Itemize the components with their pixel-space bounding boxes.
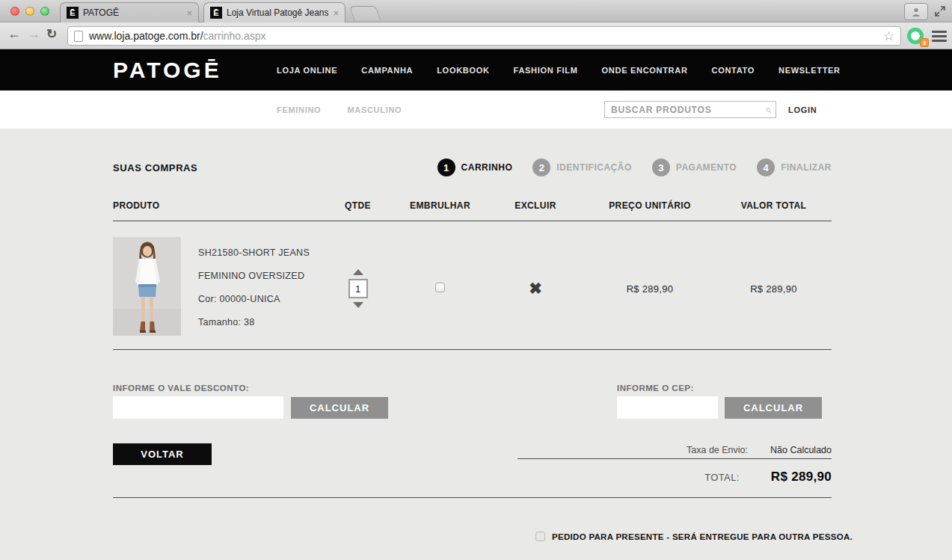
voucher-input[interactable] bbox=[113, 396, 283, 419]
patoge-logo[interactable]: PATOGĒ bbox=[113, 58, 222, 83]
cart-table-header: PRODUTO QTDE EMBRULHAR EXCLUIR PREÇO UNI… bbox=[113, 200, 832, 211]
quantity-increase-icon[interactable] bbox=[353, 269, 363, 275]
search-input[interactable] bbox=[605, 105, 765, 115]
gift-wrap-cell bbox=[393, 282, 487, 295]
search-icon[interactable]: ⌕ bbox=[765, 103, 771, 116]
quantity-stepper bbox=[322, 269, 393, 308]
step-label: IDENTIFICAÇÃO bbox=[556, 162, 632, 173]
step-identificacao: 2 IDENTIFICAÇÃO bbox=[532, 159, 632, 176]
delete-item-icon[interactable]: ✖ bbox=[529, 280, 542, 297]
reload-icon[interactable]: ↻ bbox=[46, 26, 57, 42]
nav-lookbook[interactable]: LOOKBOOK bbox=[437, 66, 489, 75]
nav-newsletter[interactable]: NEWSLETTER bbox=[779, 66, 841, 75]
col-preco-unitario: PREÇO UNITÁRIO bbox=[584, 200, 716, 211]
col-embrulhar: EMBRULHAR bbox=[393, 200, 487, 211]
login-link[interactable]: LOGIN bbox=[788, 90, 817, 129]
shipping-value: Não Calculado bbox=[770, 445, 832, 455]
product-info: SH21580-SHORT JEANS FEMININO OVERSIZED C… bbox=[198, 237, 310, 340]
subnav-links: FEMININO MASCULINO bbox=[277, 90, 402, 129]
browser-profile-button[interactable] bbox=[904, 3, 928, 20]
total-row: TOTAL: R$ 289,90 bbox=[518, 470, 832, 484]
product-size: Tamanho: 38 bbox=[198, 317, 310, 327]
step-finalizar: 4 FINALIZAR bbox=[757, 159, 832, 176]
step-label: FINALIZAR bbox=[781, 162, 832, 173]
product-color: Cor: 00000-UNICA bbox=[198, 294, 310, 304]
back-button[interactable]: VOLTAR bbox=[113, 443, 212, 465]
product-category: FEMININO OVERSIZED bbox=[198, 271, 310, 281]
subnav-feminino[interactable]: FEMININO bbox=[277, 105, 321, 114]
bookmark-star-icon[interactable]: ☆ bbox=[883, 28, 894, 44]
search-box: ⌕ bbox=[604, 101, 776, 118]
divider bbox=[518, 458, 832, 459]
step-label: PAGAMENTO bbox=[676, 162, 737, 173]
tab-close-icon[interactable]: × bbox=[186, 7, 192, 19]
divider bbox=[113, 349, 832, 350]
nav-contato[interactable]: CONTATO bbox=[712, 66, 755, 75]
page-icon bbox=[74, 31, 83, 42]
close-window-button[interactable] bbox=[10, 7, 19, 16]
browser-titlebar: Ē PATOGÊ × Ē Loja Virtual Patogê Jeans × bbox=[0, 0, 952, 22]
product-name: SH21580-SHORT JEANS bbox=[198, 247, 310, 258]
col-valor-total: VALOR TOTAL bbox=[716, 200, 832, 211]
user-icon bbox=[911, 7, 921, 17]
cep-label: INFORME O CEP: bbox=[617, 384, 694, 393]
cart-item-row: SH21580-SHORT JEANS FEMININO OVERSIZED C… bbox=[113, 237, 832, 336]
site-favicon: Ē bbox=[67, 7, 79, 19]
total-value: R$ 289,90 bbox=[771, 470, 832, 484]
extension-badge: 3 bbox=[920, 38, 929, 47]
voucher-label: INFORME O VALE DESCONTO: bbox=[113, 384, 249, 393]
step-carrinho: 1 CARRINHO bbox=[437, 159, 513, 176]
product-cell: SH21580-SHORT JEANS FEMININO OVERSIZED C… bbox=[113, 237, 322, 340]
col-produto: PRODUTO bbox=[113, 200, 322, 211]
main-nav: LOJA ONLINE CAMPANHA LOOKBOOK FASHION FI… bbox=[277, 49, 841, 90]
forward-icon[interactable]: → bbox=[27, 26, 40, 42]
tab-title: Loja Virtual Patogê Jeans bbox=[227, 7, 328, 18]
gift-wrap-checkbox[interactable] bbox=[435, 283, 445, 292]
minimize-window-button[interactable] bbox=[25, 7, 34, 16]
nav-loja-online[interactable]: LOJA ONLINE bbox=[277, 66, 337, 75]
nav-onde-encontrar[interactable]: ONDE ENCONTRAR bbox=[602, 66, 688, 75]
gift-order-row: PEDIDO PARA PRESENTE - SERÁ ENTREGUE PAR… bbox=[535, 532, 853, 541]
shipping-row: Taxa de Envio: Não Calculado bbox=[518, 445, 832, 455]
nav-fashion-film[interactable]: FASHION FILM bbox=[514, 66, 578, 75]
address-bar[interactable]: www.loja.patoge.com.br/carrinho.aspx ☆ bbox=[67, 26, 901, 46]
back-icon[interactable]: ← bbox=[7, 26, 21, 42]
checkout-steps: 1 CARRINHO 2 IDENTIFICAÇÃO 3 PAGAMENTO 4… bbox=[437, 159, 832, 176]
url-text: www.loja.patoge.com.br/carrinho.aspx bbox=[89, 30, 266, 42]
cep-input[interactable] bbox=[617, 396, 718, 419]
voucher-calculate-button[interactable]: CALCULAR bbox=[291, 397, 388, 419]
shipping-label: Taxa de Envio: bbox=[687, 445, 748, 455]
fullscreen-icon[interactable] bbox=[933, 4, 948, 18]
quantity-input[interactable] bbox=[348, 279, 368, 298]
site-header: PATOGĒ LOJA ONLINE CAMPANHA LOOKBOOK FAS… bbox=[0, 49, 952, 90]
total-label: TOTAL: bbox=[704, 472, 740, 483]
new-tab-button[interactable] bbox=[349, 6, 381, 20]
step-number: 2 bbox=[532, 159, 550, 176]
site-favicon: Ē bbox=[210, 7, 222, 19]
delete-cell: ✖ bbox=[487, 280, 584, 298]
browser-menu-icon[interactable] bbox=[932, 31, 947, 44]
cart-page: SUAS COMPRAS 1 CARRINHO 2 IDENTIFICAÇÃO … bbox=[0, 129, 952, 560]
tab-close-icon[interactable]: × bbox=[333, 7, 339, 19]
browser-tab-loja-virtual[interactable]: Ē Loja Virtual Patogê Jeans × bbox=[203, 2, 346, 22]
subnav-masculino[interactable]: MASCULINO bbox=[347, 105, 402, 114]
url-domain: www.loja.patoge.com.br/ bbox=[89, 30, 203, 42]
browser-tab-patoge[interactable]: Ē PATOGÊ × bbox=[60, 2, 199, 22]
item-total-price: R$ 289,90 bbox=[716, 283, 832, 295]
step-number: 3 bbox=[652, 159, 670, 176]
step-label: CARRINHO bbox=[461, 162, 513, 173]
page-title: SUAS COMPRAS bbox=[113, 162, 197, 173]
unit-price: R$ 289,90 bbox=[584, 283, 716, 295]
browser-toolbar: ← → ↻ www.loja.patoge.com.br/carrinho.as… bbox=[0, 22, 952, 49]
extension-icon[interactable]: 3 bbox=[907, 28, 924, 44]
col-qtde: QTDE bbox=[322, 200, 393, 211]
nav-campanha[interactable]: CAMPANHA bbox=[361, 66, 413, 75]
step-number: 4 bbox=[757, 159, 775, 176]
subnav: FEMININO MASCULINO ⌕ LOGIN bbox=[0, 90, 952, 129]
step-number: 1 bbox=[437, 159, 455, 176]
gift-order-checkbox[interactable] bbox=[535, 532, 545, 541]
product-image[interactable] bbox=[113, 237, 181, 336]
zoom-window-button[interactable] bbox=[40, 7, 49, 16]
quantity-decrease-icon[interactable] bbox=[353, 302, 363, 308]
cep-calculate-button[interactable]: CALCULAR bbox=[725, 397, 822, 419]
